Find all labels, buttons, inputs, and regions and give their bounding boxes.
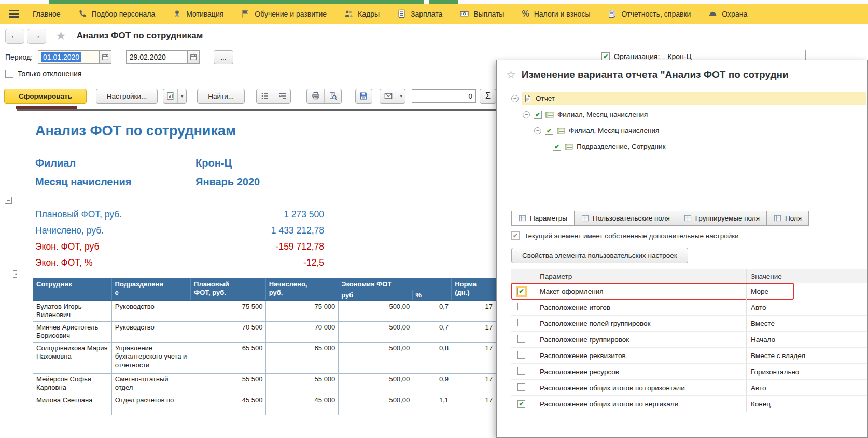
tree-row-grouping[interactable]: Филиал, Месяц начисления xyxy=(511,106,866,122)
tree-node-checkbox[interactable] xyxy=(534,111,542,119)
tree-row-report[interactable]: Отчет xyxy=(511,90,866,106)
calendar-icon xyxy=(190,53,197,61)
param-name: Расположение ресурсов xyxy=(536,368,746,376)
param-value[interactable]: Вместе с владел xyxy=(746,348,867,363)
own-settings-label: Текущий элемент имеет собственные дополн… xyxy=(524,232,739,240)
menu-item-taxes[interactable]: % Налоги и взносы xyxy=(513,4,599,24)
param-value[interactable]: Море xyxy=(746,283,867,299)
own-settings-checkbox[interactable] xyxy=(511,231,520,240)
tree-row-grouping[interactable]: Подразделение, Сотрудник xyxy=(511,139,866,155)
collapse-node-icon[interactable] xyxy=(511,95,519,102)
param-value[interactable]: Конец xyxy=(746,396,867,412)
window-tab[interactable] xyxy=(429,0,458,4)
tab-user-fields[interactable]: Пользовательские поля xyxy=(574,211,677,226)
table-row: Милова Светлана Отдел расчетов по 45 500… xyxy=(33,394,496,415)
tab-parameters[interactable]: Параметры xyxy=(511,211,575,226)
cell-employee: Солодовникова Мария Пахомовна xyxy=(33,343,112,374)
table-row: Минчев Аристотель Борисович Руководство … xyxy=(33,322,496,343)
cell-norm: 17 xyxy=(452,394,496,415)
total-row: Плановый ФОТ, руб. 1 273 500 xyxy=(35,209,324,220)
cell-norm: 17 xyxy=(452,374,496,394)
param-value[interactable]: Авто xyxy=(746,380,867,395)
tab-grouped-fields[interactable]: Группируемые поля xyxy=(677,211,767,226)
menu-item-reports[interactable]: Отчетность, справки xyxy=(599,4,699,24)
menu-item-payments[interactable]: Выплаты xyxy=(451,4,513,24)
print-button[interactable] xyxy=(307,89,324,103)
param-row[interactable]: Расположение группировок Начало xyxy=(511,332,867,348)
save-button[interactable] xyxy=(355,89,372,104)
param-value[interactable]: Начало xyxy=(746,332,867,347)
collapse-groups-button[interactable] xyxy=(257,89,274,103)
menu-item-hr[interactable]: Кадры xyxy=(335,4,388,24)
cell-economy-pct: 0,8 xyxy=(413,343,452,374)
back-button[interactable]: ← xyxy=(5,29,24,44)
collapse-node-icon[interactable] xyxy=(534,127,541,134)
only-deviations-checkbox[interactable] xyxy=(5,70,13,78)
menu-item-training[interactable]: Обучение и развитие xyxy=(232,4,335,24)
param-checkbox[interactable] xyxy=(517,335,525,343)
cell-norm: 17 xyxy=(452,343,496,374)
favorite-star-icon[interactable]: ★ xyxy=(55,29,66,43)
calendar-button-from[interactable] xyxy=(100,50,111,64)
report-spreadsheet[interactable]: Анализ ФОТ по сотрудникам Филиал Крон-Ц … xyxy=(17,110,496,438)
hamburger-menu-button[interactable] xyxy=(3,4,24,24)
settings-button[interactable]: Настройки... xyxy=(96,89,158,104)
period-to-input[interactable]: 29.02.2020 xyxy=(126,50,188,64)
param-checkbox[interactable] xyxy=(517,400,525,408)
back-arrow-icon: ← xyxy=(10,31,19,41)
report-document-icon xyxy=(524,94,532,103)
period-from-input[interactable]: 01.01.2020 xyxy=(38,50,100,64)
param-value[interactable]: Горизонтально xyxy=(746,364,867,379)
param-row[interactable]: Расположение полей группировок Вместе xyxy=(511,316,867,332)
param-row[interactable]: Расположение общих итогов по вертикали К… xyxy=(511,396,867,412)
menu-item-labor-safety[interactable]: Охрана xyxy=(699,4,756,24)
tree-node-label: Отчет xyxy=(536,94,555,102)
total-value: -12,5 xyxy=(303,257,324,268)
print-preview-button[interactable] xyxy=(324,89,341,103)
param-checkbox[interactable] xyxy=(517,383,525,391)
cell-employee: Милова Светлана xyxy=(33,394,112,415)
expand-groups-button[interactable] xyxy=(274,89,291,103)
favorite-star-icon[interactable]: ☆ xyxy=(506,69,516,81)
param-checkbox[interactable] xyxy=(517,288,525,295)
tab-fields[interactable]: Поля xyxy=(766,211,809,226)
window-tab[interactable] xyxy=(49,0,424,4)
period-to-value: 29.02.2020 xyxy=(130,53,166,61)
param-value[interactable]: Авто xyxy=(746,299,867,315)
report-variant-split-button[interactable]: ▾ xyxy=(163,89,187,104)
calendar-button-to[interactable] xyxy=(188,50,200,64)
menu-item-main[interactable]: Главное xyxy=(24,4,69,24)
param-checkbox[interactable] xyxy=(517,367,525,375)
mail-menu-button[interactable]: ▾ xyxy=(397,89,405,103)
cell-accrued: 55 000 xyxy=(266,374,339,394)
collapse-group-icon[interactable] xyxy=(5,197,12,204)
menu-item-recruiting[interactable]: Подбор персонала xyxy=(69,4,164,24)
tree-node-checkbox[interactable] xyxy=(545,127,553,135)
param-row-layout-theme[interactable]: Макет оформления Море xyxy=(511,283,867,299)
autosum-button[interactable]: Σ xyxy=(480,89,496,104)
user-settings-properties-button[interactable]: Свойства элемента пользовательских настр… xyxy=(511,248,688,263)
tree-node-checkbox[interactable] xyxy=(553,143,561,151)
generate-button[interactable]: Сформировать xyxy=(4,89,87,104)
selected-tree-row[interactable]: Отчет xyxy=(522,92,866,105)
precision-input[interactable]: 0 xyxy=(412,89,476,103)
tree-row-grouping[interactable]: Филиал, Месяц начисления xyxy=(511,122,866,139)
param-checkbox[interactable] xyxy=(517,303,525,310)
param-row[interactable]: Расположение реквизитов Вместе с владел xyxy=(511,348,867,364)
send-mail-button[interactable] xyxy=(380,89,397,103)
period-filter-row: Период: 01.01.2020 – 29.02.2020 ... xyxy=(0,50,233,64)
only-deviations-row: Только отклонения xyxy=(5,70,81,78)
period-more-button[interactable]: ... xyxy=(214,50,233,64)
param-value[interactable]: Вместе xyxy=(746,316,867,331)
collapse-node-icon[interactable] xyxy=(523,111,530,118)
param-row[interactable]: Расположение итогов Авто xyxy=(511,299,867,316)
cell-planned: 65 500 xyxy=(191,343,267,374)
param-checkbox[interactable] xyxy=(517,319,525,326)
menu-item-salary[interactable]: Зарплата xyxy=(388,4,451,24)
param-row[interactable]: Расположение ресурсов Горизонтально xyxy=(511,364,867,380)
param-checkbox[interactable] xyxy=(517,351,525,359)
find-button[interactable]: Найти... xyxy=(197,89,245,104)
forward-button[interactable]: → xyxy=(27,29,46,44)
param-row[interactable]: Расположение общих итогов по горизонтали… xyxy=(511,380,867,396)
menu-item-motivation[interactable]: Мотивация xyxy=(164,4,232,24)
